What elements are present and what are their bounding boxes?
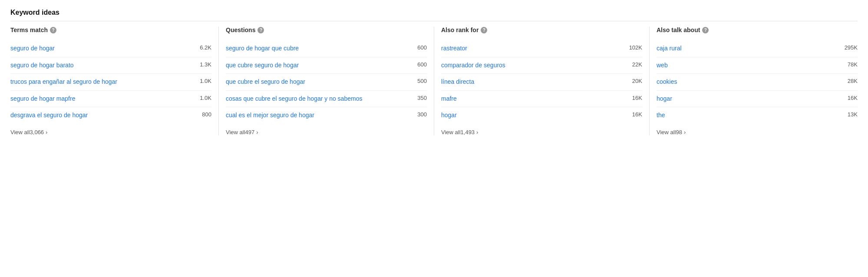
keyword-link-terms-match-0[interactable]: seguro de hogar xyxy=(10,44,200,53)
keyword-row-also-talk-about-1: web78K xyxy=(657,57,858,74)
column-header-terms-match: Terms match? xyxy=(10,26,211,36)
view-all-text-terms-match: View all xyxy=(10,129,30,135)
keyword-link-also-rank-for-1[interactable]: comparador de seguros xyxy=(441,61,632,70)
keyword-row-also-talk-about-3: hogar16K xyxy=(657,91,858,108)
view-all-text-questions: View all xyxy=(226,129,245,135)
keyword-count-also-rank-for-0: 102K xyxy=(629,44,642,51)
page-title: Keyword ideas xyxy=(10,9,858,21)
view-all-arrow-also-talk-about: › xyxy=(684,129,686,135)
view-all-arrow-questions: › xyxy=(256,129,258,135)
keyword-row-questions-4: cual es el mejor seguro de hogar300 xyxy=(226,107,427,124)
keyword-row-terms-match-0: seguro de hogar6.2K xyxy=(10,40,211,57)
keyword-link-also-talk-about-1[interactable]: web xyxy=(657,61,848,70)
column-also-talk-about: Also talk about?caja rural295Kweb78Kcook… xyxy=(657,26,858,135)
help-icon-terms-match[interactable]: ? xyxy=(50,27,56,33)
keyword-link-terms-match-3[interactable]: seguro de hogar mapfre xyxy=(10,95,200,103)
keyword-count-also-rank-for-3: 16K xyxy=(632,95,642,101)
keyword-row-terms-match-4: desgrava el seguro de hogar800 xyxy=(10,107,211,124)
keyword-count-terms-match-4: 800 xyxy=(202,111,211,118)
columns-wrapper: Terms match?seguro de hogar6.2Kseguro de… xyxy=(10,26,858,135)
view-all-count-also-rank-for: 1,493 xyxy=(461,129,475,135)
keyword-row-also-rank-for-4: hogar16K xyxy=(441,107,642,124)
column-header-also-rank-for: Also rank for? xyxy=(441,26,642,36)
keyword-row-also-rank-for-1: comparador de seguros22K xyxy=(441,57,642,74)
column-questions: Questions?seguro de hogar que cubre600qu… xyxy=(226,26,434,135)
keyword-link-also-talk-about-2[interactable]: cookies xyxy=(657,78,848,86)
keyword-link-also-talk-about-3[interactable]: hogar xyxy=(657,95,848,103)
keyword-link-also-rank-for-3[interactable]: mafre xyxy=(441,95,632,103)
keyword-row-questions-0: seguro de hogar que cubre600 xyxy=(226,40,427,57)
keyword-row-questions-2: que cubre el seguro de hogar500 xyxy=(226,74,427,91)
keyword-link-terms-match-4[interactable]: desgrava el seguro de hogar xyxy=(10,111,202,120)
keyword-count-also-talk-about-3: 16K xyxy=(848,95,858,101)
keyword-count-also-talk-about-4: 13K xyxy=(848,111,858,118)
keyword-count-terms-match-2: 1.0K xyxy=(200,78,211,84)
view-all-link-terms-match[interactable]: View all 3,066› xyxy=(10,129,211,135)
keyword-row-terms-match-1: seguro de hogar barato1.3K xyxy=(10,57,211,74)
keyword-link-also-rank-for-0[interactable]: rastreator xyxy=(441,44,629,53)
view-all-text-also-rank-for: View all xyxy=(441,129,461,135)
column-header-also-talk-about: Also talk about? xyxy=(657,26,858,36)
keyword-count-questions-0: 600 xyxy=(417,44,427,51)
keyword-count-terms-match-3: 1.0K xyxy=(200,95,211,101)
keyword-count-questions-4: 300 xyxy=(417,111,427,118)
keyword-count-questions-1: 600 xyxy=(417,61,427,68)
keyword-count-also-talk-about-0: 295K xyxy=(845,44,858,51)
keyword-count-questions-2: 500 xyxy=(417,78,427,84)
help-icon-also-rank-for[interactable]: ? xyxy=(481,27,487,33)
help-icon-questions[interactable]: ? xyxy=(257,27,264,33)
column-header-label-also-rank-for: Also rank for xyxy=(441,26,479,33)
keyword-link-terms-match-1[interactable]: seguro de hogar barato xyxy=(10,61,200,70)
keyword-link-terms-match-2[interactable]: trucos para engañar al seguro de hogar xyxy=(10,78,200,86)
view-all-arrow-terms-match: › xyxy=(46,129,47,135)
keyword-row-terms-match-2: trucos para engañar al seguro de hogar1.… xyxy=(10,74,211,91)
view-all-count-also-talk-about: 98 xyxy=(676,129,682,135)
keyword-count-also-talk-about-1: 78K xyxy=(848,61,858,68)
view-all-link-also-rank-for[interactable]: View all 1,493› xyxy=(441,129,642,135)
keyword-link-questions-1[interactable]: que cubre seguro de hogar xyxy=(226,61,417,70)
keyword-link-questions-0[interactable]: seguro de hogar que cubre xyxy=(226,44,417,53)
keyword-row-questions-1: que cubre seguro de hogar600 xyxy=(226,57,427,74)
keyword-link-questions-2[interactable]: que cubre el seguro de hogar xyxy=(226,78,417,86)
column-header-label-questions: Questions xyxy=(226,26,255,33)
column-also-rank-for: Also rank for?rastreator102Kcomparador d… xyxy=(441,26,650,135)
keyword-count-terms-match-0: 6.2K xyxy=(200,44,211,51)
keyword-link-questions-4[interactable]: cual es el mejor seguro de hogar xyxy=(226,111,417,120)
keyword-count-also-talk-about-2: 28K xyxy=(848,78,858,84)
view-all-text-also-talk-about: View all xyxy=(657,129,676,135)
keyword-row-also-talk-about-4: the13K xyxy=(657,107,858,124)
keyword-row-also-rank-for-3: mafre16K xyxy=(441,91,642,108)
keyword-link-also-talk-about-4[interactable]: the xyxy=(657,111,848,120)
column-header-label-terms-match: Terms match xyxy=(10,26,48,33)
view-all-link-also-talk-about[interactable]: View all 98› xyxy=(657,129,858,135)
help-icon-also-talk-about[interactable]: ? xyxy=(702,27,709,33)
keyword-link-also-rank-for-2[interactable]: línea directa xyxy=(441,78,632,86)
keyword-link-also-rank-for-4[interactable]: hogar xyxy=(441,111,632,120)
keyword-row-terms-match-3: seguro de hogar mapfre1.0K xyxy=(10,91,211,108)
keyword-row-also-rank-for-2: línea directa20K xyxy=(441,74,642,91)
column-terms-match: Terms match?seguro de hogar6.2Kseguro de… xyxy=(10,26,219,135)
keyword-row-questions-3: cosas que cubre el seguro de hogar y no … xyxy=(226,91,427,108)
keyword-link-questions-3[interactable]: cosas que cubre el seguro de hogar y no … xyxy=(226,95,417,103)
column-header-questions: Questions? xyxy=(226,26,427,36)
keyword-count-questions-3: 350 xyxy=(417,95,427,101)
keyword-count-also-rank-for-1: 22K xyxy=(632,61,642,68)
keyword-row-also-rank-for-0: rastreator102K xyxy=(441,40,642,57)
view-all-count-terms-match: 3,066 xyxy=(30,129,44,135)
keyword-count-also-rank-for-2: 20K xyxy=(632,78,642,84)
view-all-count-questions: 497 xyxy=(245,129,255,135)
keyword-link-also-talk-about-0[interactable]: caja rural xyxy=(657,44,845,53)
keyword-count-also-rank-for-4: 16K xyxy=(632,111,642,118)
view-all-link-questions[interactable]: View all 497› xyxy=(226,129,427,135)
keyword-row-also-talk-about-2: cookies28K xyxy=(657,74,858,91)
column-header-label-also-talk-about: Also talk about xyxy=(657,26,700,33)
view-all-arrow-also-rank-for: › xyxy=(476,129,478,135)
keyword-row-also-talk-about-0: caja rural295K xyxy=(657,40,858,57)
keyword-count-terms-match-1: 1.3K xyxy=(200,61,211,68)
